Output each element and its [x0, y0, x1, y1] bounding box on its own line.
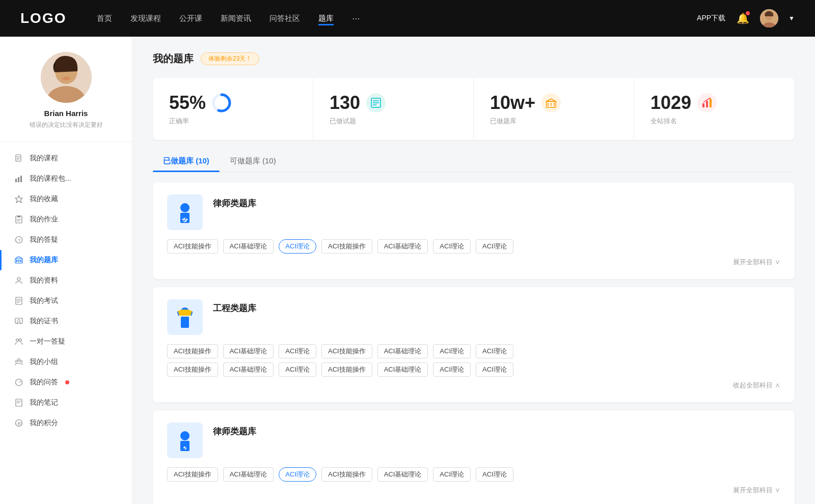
eng-tag-13[interactable]: ACI理论	[433, 362, 471, 377]
group-icon	[14, 357, 23, 367]
app-download-button[interactable]: APP下载	[697, 14, 725, 23]
l2-tag-1[interactable]: ACI技能操作	[167, 467, 218, 482]
l2-tag-5[interactable]: ACI基础理论	[377, 467, 428, 482]
tag-4[interactable]: ACI技能操作	[321, 239, 372, 254]
question-circle-icon: ?	[14, 235, 23, 244]
svg-point-24	[17, 277, 20, 281]
qbank-card-engineer: 工程类题库 ACI技能操作 ACI基础理论 ACI理论 ACI技能操作 ACI基…	[153, 287, 795, 402]
eng-tag-6[interactable]: ACI理论	[433, 344, 471, 358]
sidebar-label-certificates: 我的证书	[30, 317, 58, 326]
banks-icon	[541, 93, 561, 113]
qbank-card-lawyer-2-header: 律师类题库	[167, 423, 780, 458]
qanda-icon	[14, 378, 23, 387]
nav-menu: 首页 发现课程 公开课 新闻资讯 问答社区 题库 ···	[97, 12, 697, 25]
document-icon	[14, 154, 23, 163]
eng-tag-7[interactable]: ACI理论	[476, 344, 513, 358]
tutoring-icon	[14, 337, 23, 346]
logo[interactable]: LOGO	[20, 10, 66, 26]
eng-tag-10[interactable]: ACI理论	[279, 362, 316, 377]
svg-text:?: ?	[18, 238, 20, 243]
svg-point-33	[16, 339, 19, 342]
bank-icon	[14, 256, 23, 265]
eng-tag-12[interactable]: ACI基础理论	[377, 362, 428, 377]
sidebar-item-courses[interactable]: 我的课程	[0, 148, 132, 169]
stat-ranking-value: 1029	[650, 92, 691, 114]
svg-rect-58	[710, 99, 712, 107]
questions-icon	[366, 93, 386, 113]
tag-6[interactable]: ACI理论	[433, 239, 471, 254]
eng-tag-9[interactable]: ACI基础理论	[223, 362, 274, 377]
tag-1[interactable]: ACI技能操作	[167, 239, 218, 254]
sidebar-item-points[interactable]: 积 我的积分	[0, 413, 132, 433]
qbank-card-engineer-header: 工程类题库	[167, 299, 780, 335]
sidebar-label-groups: 我的小组	[30, 357, 58, 367]
nav-bank[interactable]: 题库	[318, 12, 334, 25]
stat-questions-value: 130	[330, 92, 360, 114]
qanda-badge	[65, 380, 69, 384]
nav-qa[interactable]: 问答社区	[269, 12, 300, 25]
expand-engineer[interactable]: 收起全部科目 ∧	[167, 381, 780, 390]
stat-banks: 10w+ 已做题库	[474, 78, 634, 140]
notification-badge	[746, 11, 750, 15]
user-avatar-nav[interactable]	[760, 9, 778, 27]
nav-more[interactable]: ···	[352, 13, 360, 24]
tab-done[interactable]: 已做题库 (10)	[153, 152, 220, 171]
sidebar-label-profile: 我的资料	[30, 276, 58, 285]
svg-rect-29	[15, 318, 22, 323]
sidebar-item-exams[interactable]: 我的考试	[0, 291, 132, 311]
tag-7[interactable]: ACI理论	[476, 239, 513, 254]
sidebar-label-course-packs: 我的课程包...	[30, 174, 71, 183]
stat-ranking-label: 全站排名	[650, 117, 778, 126]
l2-tag-6[interactable]: ACI理论	[433, 467, 471, 482]
svg-point-30	[18, 320, 20, 322]
eng-tag-3[interactable]: ACI理论	[279, 344, 316, 358]
expand-lawyer-2[interactable]: 展开全部科目 ∨	[167, 486, 780, 495]
sidebar-item-notes[interactable]: 我的笔记	[0, 393, 132, 413]
expand-lawyer-1[interactable]: 展开全部科目 ∨	[167, 258, 780, 267]
sidebar-item-tutoring[interactable]: 一对一答疑	[0, 331, 132, 352]
nav-home[interactable]: 首页	[97, 12, 112, 25]
svg-line-39	[19, 381, 21, 382]
tab-available[interactable]: 可做题库 (10)	[220, 152, 286, 171]
stat-banks-value: 10w+	[490, 92, 535, 114]
eng-tag-4[interactable]: ACI技能操作	[321, 344, 372, 358]
l2-tag-4[interactable]: ACI技能操作	[321, 467, 372, 482]
svg-rect-22	[18, 260, 19, 262]
sidebar-label-favorites: 我的收藏	[30, 194, 58, 204]
sidebar-item-course-packs[interactable]: 我的课程包...	[0, 169, 132, 189]
eng-tag-2[interactable]: ACI基础理论	[223, 344, 274, 358]
eng-tag-5[interactable]: ACI基础理论	[377, 344, 428, 358]
sidebar-label-my-qa: 我的答疑	[30, 235, 58, 244]
eng-tag-8[interactable]: ACI技能操作	[167, 362, 218, 377]
svg-point-36	[15, 360, 17, 362]
sidebar-item-assignments[interactable]: 我的作业	[0, 209, 132, 230]
stat-questions-top: 130	[330, 92, 457, 114]
l2-tag-3-active[interactable]: ACI理论	[279, 467, 316, 482]
user-dropdown-arrow[interactable]: ▼	[789, 15, 795, 22]
user-motto: 错误的决定比没有决定要好	[30, 121, 103, 129]
tag-2[interactable]: ACI基础理论	[223, 239, 274, 254]
tab-bar: 已做题库 (10) 可做题库 (10)	[153, 152, 795, 172]
eng-tag-1[interactable]: ACI技能操作	[167, 344, 218, 358]
eng-tag-14[interactable]: ACI理论	[476, 362, 513, 377]
svg-rect-13	[20, 176, 22, 182]
sidebar-item-groups[interactable]: 我的小组	[0, 352, 132, 372]
sidebar-label-tutoring: 一对一答疑	[30, 337, 65, 346]
l2-tag-7[interactable]: ACI理论	[476, 467, 513, 482]
nav-news[interactable]: 新闻资讯	[221, 12, 251, 25]
eng-tag-11[interactable]: ACI技能操作	[321, 362, 372, 377]
tag-3-active[interactable]: ACI理论	[279, 239, 316, 254]
sidebar-item-certificates[interactable]: 我的证书	[0, 311, 132, 331]
l2-tag-2[interactable]: ACI基础理论	[223, 467, 274, 482]
nav-discover[interactable]: 发现课程	[130, 12, 161, 25]
nav-open-course[interactable]: 公开课	[179, 12, 202, 25]
sidebar-item-qanda[interactable]: 我的问答	[0, 372, 132, 393]
sidebar-item-profile[interactable]: 我的资料	[0, 270, 132, 291]
tag-5[interactable]: ACI基础理论	[377, 239, 428, 254]
sidebar-label-question-bank: 我的题库	[30, 256, 58, 265]
notification-bell[interactable]	[736, 11, 750, 25]
sidebar-item-favorites[interactable]: 我的收藏	[0, 189, 132, 209]
sidebar-item-my-qa[interactable]: ? 我的答疑	[0, 230, 132, 250]
svg-point-37	[20, 360, 22, 362]
sidebar-item-question-bank[interactable]: 我的题库	[0, 250, 132, 270]
